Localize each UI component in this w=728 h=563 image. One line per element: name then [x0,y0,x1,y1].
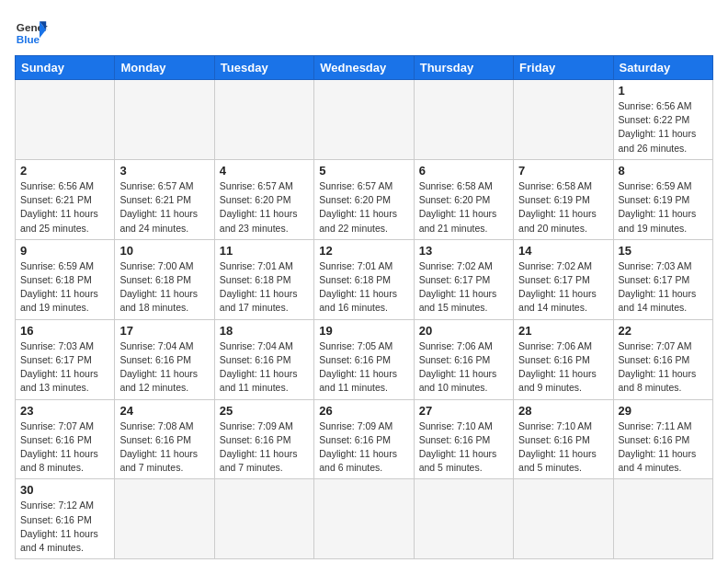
day-info: Sunrise: 7:07 AMSunset: 6:16 PMDaylight:… [20,419,109,476]
day-number: 6 [419,164,508,178]
day-info: Sunrise: 7:11 AMSunset: 6:16 PMDaylight:… [619,419,708,476]
calendar-cell [115,479,214,559]
calendar-cell: 20Sunrise: 7:06 AMSunset: 6:16 PMDayligh… [414,319,513,399]
day-info: Sunrise: 6:57 AMSunset: 6:21 PMDaylight:… [119,179,209,236]
calendar-cell: 4Sunrise: 6:57 AMSunset: 6:20 PMDaylight… [214,159,313,239]
calendar-cell [214,479,313,559]
calendar-cell: 26Sunrise: 7:09 AMSunset: 6:16 PMDayligh… [314,399,414,479]
calendar-week-2: 2Sunrise: 6:56 AMSunset: 6:21 PMDaylight… [16,159,713,239]
day-number: 2 [20,164,109,178]
calendar-cell: 5Sunrise: 6:57 AMSunset: 6:20 PMDaylight… [314,159,414,239]
day-info: Sunrise: 7:07 AMSunset: 6:16 PMDaylight:… [619,339,708,396]
calendar-week-4: 16Sunrise: 7:03 AMSunset: 6:17 PMDayligh… [16,319,713,399]
day-info: Sunrise: 6:56 AMSunset: 6:21 PMDaylight:… [20,179,109,236]
day-info: Sunrise: 7:04 AMSunset: 6:16 PMDaylight:… [220,339,309,396]
day-number: 29 [619,404,708,418]
calendar-cell [16,80,115,160]
calendar-cell: 7Sunrise: 6:58 AMSunset: 6:19 PMDaylight… [514,159,613,239]
calendar-cell: 1Sunrise: 6:56 AMSunset: 6:22 PMDaylight… [613,80,712,160]
calendar-cell: 13Sunrise: 7:02 AMSunset: 6:17 PMDayligh… [414,239,513,319]
column-header-wednesday: Wednesday [314,56,414,80]
calendar-cell: 11Sunrise: 7:01 AMSunset: 6:18 PMDayligh… [214,239,313,319]
day-number: 16 [20,324,109,338]
calendar-cell [214,80,313,160]
calendar-cell: 17Sunrise: 7:04 AMSunset: 6:16 PMDayligh… [115,319,214,399]
day-info: Sunrise: 6:57 AMSunset: 6:20 PMDaylight:… [220,179,309,236]
day-info: Sunrise: 7:00 AMSunset: 6:18 PMDaylight:… [119,259,209,316]
column-header-thursday: Thursday [414,56,513,80]
calendar-cell: 12Sunrise: 7:01 AMSunset: 6:18 PMDayligh… [314,239,414,319]
day-info: Sunrise: 7:10 AMSunset: 6:16 PMDaylight:… [518,419,608,476]
day-info: Sunrise: 7:02 AMSunset: 6:17 PMDaylight:… [518,259,608,316]
day-info: Sunrise: 6:59 AMSunset: 6:18 PMDaylight:… [20,259,109,316]
day-info: Sunrise: 7:04 AMSunset: 6:16 PMDaylight:… [119,339,209,396]
calendar-week-1: 1Sunrise: 6:56 AMSunset: 6:22 PMDaylight… [16,80,713,160]
calendar-cell [514,479,613,559]
svg-text:Blue: Blue [17,33,40,45]
day-number: 8 [619,164,708,178]
day-info: Sunrise: 7:01 AMSunset: 6:18 PMDaylight:… [220,259,309,316]
column-header-saturday: Saturday [613,56,712,80]
day-number: 22 [619,324,708,338]
day-number: 3 [119,164,209,178]
calendar-cell: 15Sunrise: 7:03 AMSunset: 6:17 PMDayligh… [613,239,712,319]
day-info: Sunrise: 7:01 AMSunset: 6:18 PMDaylight:… [319,259,408,316]
day-number: 9 [20,244,109,258]
calendar-cell: 3Sunrise: 6:57 AMSunset: 6:21 PMDaylight… [115,159,214,239]
calendar-week-5: 23Sunrise: 7:07 AMSunset: 6:16 PMDayligh… [16,399,713,479]
calendar-cell [613,479,712,559]
day-info: Sunrise: 7:08 AMSunset: 6:16 PMDaylight:… [119,419,209,476]
day-info: Sunrise: 7:03 AMSunset: 6:17 PMDaylight:… [619,259,708,316]
calendar-cell: 28Sunrise: 7:10 AMSunset: 6:16 PMDayligh… [514,399,613,479]
calendar-week-6: 30Sunrise: 7:12 AMSunset: 6:16 PMDayligh… [16,479,713,559]
logo: General Blue [15,15,48,48]
day-info: Sunrise: 7:02 AMSunset: 6:17 PMDaylight:… [419,259,508,316]
day-number: 7 [518,164,608,178]
calendar-cell: 2Sunrise: 6:56 AMSunset: 6:21 PMDaylight… [16,159,115,239]
day-info: Sunrise: 7:09 AMSunset: 6:16 PMDaylight:… [220,419,309,476]
day-info: Sunrise: 6:57 AMSunset: 6:20 PMDaylight:… [319,179,408,236]
day-info: Sunrise: 6:58 AMSunset: 6:20 PMDaylight:… [419,179,508,236]
day-info: Sunrise: 7:09 AMSunset: 6:16 PMDaylight:… [319,419,408,476]
logo-icon: General Blue [15,15,48,48]
day-number: 11 [220,244,309,258]
calendar-cell: 29Sunrise: 7:11 AMSunset: 6:16 PMDayligh… [613,399,712,479]
day-number: 1 [619,84,708,98]
day-number: 25 [220,404,309,418]
calendar-cell [314,80,414,160]
calendar-cell [514,80,613,160]
calendar-cell [314,479,414,559]
calendar-table: SundayMondayTuesdayWednesdayThursdayFrid… [15,55,713,559]
calendar-cell: 19Sunrise: 7:05 AMSunset: 6:16 PMDayligh… [314,319,414,399]
day-number: 20 [419,324,508,338]
day-number: 24 [119,404,209,418]
day-number: 19 [319,324,408,338]
calendar-cell: 21Sunrise: 7:06 AMSunset: 6:16 PMDayligh… [514,319,613,399]
calendar-cell: 10Sunrise: 7:00 AMSunset: 6:18 PMDayligh… [115,239,214,319]
day-number: 13 [419,244,508,258]
calendar-cell: 23Sunrise: 7:07 AMSunset: 6:16 PMDayligh… [16,399,115,479]
column-header-friday: Friday [514,56,613,80]
calendar-cell: 25Sunrise: 7:09 AMSunset: 6:16 PMDayligh… [214,399,313,479]
day-info: Sunrise: 7:10 AMSunset: 6:16 PMDaylight:… [419,419,508,476]
day-number: 30 [20,483,109,497]
calendar-cell [414,479,513,559]
day-number: 27 [419,404,508,418]
day-number: 4 [220,164,309,178]
day-info: Sunrise: 7:12 AMSunset: 6:16 PMDaylight:… [20,499,109,555]
day-info: Sunrise: 7:03 AMSunset: 6:17 PMDaylight:… [20,339,109,396]
day-number: 15 [619,244,708,258]
day-number: 10 [119,244,209,258]
day-number: 18 [220,324,309,338]
day-info: Sunrise: 6:58 AMSunset: 6:19 PMDaylight:… [518,179,608,236]
day-number: 21 [518,324,608,338]
calendar-cell: 30Sunrise: 7:12 AMSunset: 6:16 PMDayligh… [16,479,115,559]
calendar-cell: 27Sunrise: 7:10 AMSunset: 6:16 PMDayligh… [414,399,513,479]
calendar-week-3: 9Sunrise: 6:59 AMSunset: 6:18 PMDaylight… [16,239,713,319]
calendar-cell: 22Sunrise: 7:07 AMSunset: 6:16 PMDayligh… [613,319,712,399]
calendar-cell: 6Sunrise: 6:58 AMSunset: 6:20 PMDaylight… [414,159,513,239]
day-info: Sunrise: 7:05 AMSunset: 6:16 PMDaylight:… [319,339,408,396]
day-number: 12 [319,244,408,258]
day-number: 5 [319,164,408,178]
calendar-cell: 8Sunrise: 6:59 AMSunset: 6:19 PMDaylight… [613,159,712,239]
